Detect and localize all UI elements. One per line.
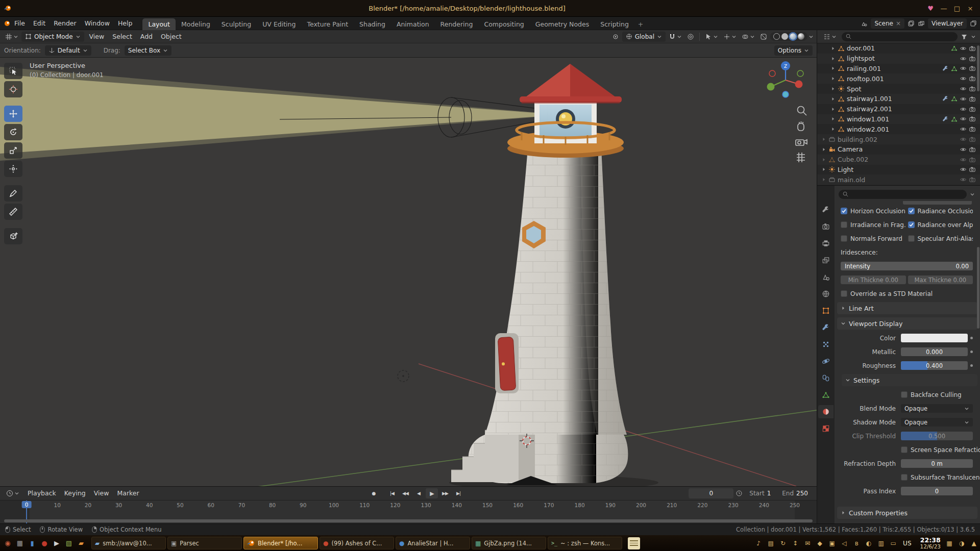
file-manager-icon[interactable]: ▮ <box>27 538 38 549</box>
outliner-item-railing-001[interactable]: railing.001 <box>817 64 980 74</box>
tool-measure[interactable] <box>4 204 22 220</box>
outliner-item-cube-002[interactable]: Cube.002 <box>817 155 980 165</box>
tool-add-cube[interactable] <box>4 228 22 244</box>
menu-file[interactable]: File <box>10 17 29 30</box>
clipboard-tray-icon[interactable]: ▣ <box>828 540 836 547</box>
timeline-ruler-area[interactable]: 0102030405060708090100110120130140150160… <box>0 500 817 523</box>
mail-tray-icon[interactable]: ✉ <box>803 540 812 547</box>
volume-tray-icon[interactable]: ◁ <box>840 540 848 547</box>
checkbox[interactable] <box>908 235 915 242</box>
blender-menu-icon[interactable] <box>3 20 10 27</box>
properties-tab-view-layer[interactable] <box>818 254 834 267</box>
panel-header-custom-properties[interactable]: Custom Properties <box>837 507 977 519</box>
text-editor-icon[interactable]: ▧ <box>63 538 75 549</box>
viewport-menu-object[interactable]: Object <box>157 30 186 43</box>
chevron-down-icon[interactable] <box>970 192 975 197</box>
new-scene-icon[interactable] <box>908 20 915 27</box>
outliner-item-camera[interactable]: Camera <box>817 144 980 155</box>
checkbox[interactable] <box>841 221 847 228</box>
drag-setting-dropdown[interactable]: Select Box <box>125 45 172 56</box>
checkbox-field-specular-anti-alias[interactable]: Specular Anti-Alias... <box>908 235 973 242</box>
current-frame-field[interactable]: 0 <box>689 488 733 498</box>
animate-dot[interactable] <box>970 364 973 367</box>
snap-toggle[interactable] <box>667 32 684 42</box>
taskbar-window-blender-ho[interactable]: Blender* [/ho... <box>243 537 318 549</box>
taskbar-window-zsh-kons[interactable]: >_~ : zsh — Kons... <box>548 537 622 549</box>
tool-scale[interactable] <box>4 142 22 159</box>
timeline-menu-playback[interactable]: Playback <box>23 487 60 500</box>
maximize-button[interactable]: □ <box>951 3 963 14</box>
proportional-edit-toggle[interactable] <box>685 32 696 42</box>
workspace-tab-modeling[interactable]: Modeling <box>176 18 216 30</box>
checkbox-field-radiance-over-alpha[interactable]: Radiance over Alpha <box>908 221 973 229</box>
checkbox[interactable] <box>901 446 908 453</box>
checkbox-field-horizon-occlusion[interactable]: Horizon Occlusion <box>841 208 906 215</box>
properties-tab-material[interactable] <box>818 405 834 418</box>
folder-shortcut-icon[interactable]: ▰ <box>76 538 87 549</box>
vault-tray-icon[interactable]: ◆ <box>816 540 824 547</box>
timeline-editor-type-button[interactable] <box>4 488 21 498</box>
viewlayer-selector[interactable]: ViewLayer <box>928 18 967 29</box>
outliner-item-window2-001[interactable]: window2.001 <box>817 124 980 134</box>
checkbox-field-screen-space-refraction[interactable]: Screen Space Refraction <box>901 446 980 454</box>
timeline-menu-view[interactable]: View <box>90 487 113 500</box>
display-tray-icon[interactable]: ▤ <box>767 540 775 547</box>
outliner-item-main-old[interactable]: main.old <box>817 174 980 185</box>
checkbox[interactable] <box>908 208 915 214</box>
slider-intensity[interactable]: Intensity0.00 <box>841 262 973 270</box>
scene-selector[interactable]: Scene × <box>871 18 904 29</box>
workspace-tab-texture-paint[interactable]: Texture Paint <box>301 18 354 30</box>
outliner-item-lightspot[interactable]: lightspot <box>817 54 980 64</box>
shading-wireframe-button[interactable] <box>773 33 780 40</box>
color-swatch[interactable] <box>901 334 968 342</box>
properties-tab-scene[interactable] <box>818 270 834 284</box>
checkbox-field-normals-forward[interactable]: Normals Forward <box>841 235 906 242</box>
properties-tab-physics[interactable] <box>818 355 834 368</box>
add-workspace-button[interactable]: + <box>634 18 647 30</box>
window-titlebar[interactable]: Blender* [/home/amalie/Desktop/blender/l… <box>0 0 980 17</box>
orientation-setting-dropdown[interactable]: Default <box>45 45 91 56</box>
properties-tab-constraints[interactable] <box>818 371 834 385</box>
taskbar-window-parsec[interactable]: ▣Parsec <box>167 537 242 549</box>
tool-select-box[interactable] <box>4 63 22 79</box>
workspace-tab-geometry-nodes[interactable]: Geometry Nodes <box>530 18 595 30</box>
notes-widget[interactable] <box>628 537 640 549</box>
properties-tab-world[interactable] <box>818 287 834 300</box>
play-button[interactable]: ▶ <box>426 488 438 498</box>
gizmo-z-neg[interactable] <box>782 91 789 97</box>
outliner-scrollbar[interactable] <box>977 45 979 91</box>
transform-orientation-selector[interactable]: Global <box>622 32 666 42</box>
filter-icon[interactable] <box>961 33 968 40</box>
outliner-item-window1-001[interactable]: window1.001 <box>817 114 980 124</box>
outliner-item-spot[interactable]: Spot <box>817 84 980 94</box>
workspace-tab-uv-editing[interactable]: UV Editing <box>257 18 301 30</box>
slider-max-thickne[interactable]: Max Thickne 0.00 <box>908 276 973 284</box>
virtual-keyboard-icon[interactable]: ▦ <box>945 540 953 547</box>
properties-tab-render[interactable] <box>818 220 834 233</box>
workspace-tab-layout[interactable]: Layout <box>142 18 176 30</box>
gizmo-x-neg[interactable] <box>769 70 775 77</box>
viewport-menu-view[interactable]: View <box>85 30 109 43</box>
transform-pivot-button[interactable] <box>610 32 621 42</box>
taskbar-window-gjbza-png-14[interactable]: ▦GjbZa.png (14... <box>472 537 546 549</box>
media-tray-icon[interactable]: ♪ <box>754 540 763 547</box>
timeline-menu-marker[interactable]: Marker <box>113 487 143 500</box>
browser-icon[interactable]: ● <box>39 538 50 549</box>
end-frame-field[interactable]: End 250 <box>777 488 813 498</box>
checkbox[interactable] <box>841 208 847 214</box>
slider-roughness[interactable]: 0.400 <box>901 361 968 370</box>
checkbox[interactable] <box>901 391 908 398</box>
tablet-tray-icon[interactable]: ▭ <box>889 540 897 547</box>
workspace-tab-animation[interactable]: Animation <box>391 18 435 30</box>
unlink-scene-icon[interactable]: × <box>896 20 901 27</box>
slider-min-thickne[interactable]: Min Thickne 0.00 <box>841 276 906 284</box>
properties-tab-texture[interactable] <box>818 422 834 435</box>
outliner-item-rooftop-001[interactable]: rooftop.001 <box>817 73 980 84</box>
gizmo-y-neg[interactable] <box>797 70 803 77</box>
workspace-tab-sculpting[interactable]: Sculpting <box>216 18 257 30</box>
bluetooth-tray-icon[interactable]: ʙ <box>852 540 861 547</box>
viewport-menu-select[interactable]: Select <box>108 30 136 43</box>
xray-toggle[interactable] <box>758 32 769 42</box>
shading-material-button[interactable] <box>790 33 796 40</box>
media-player-icon[interactable]: ▶ <box>51 538 62 549</box>
